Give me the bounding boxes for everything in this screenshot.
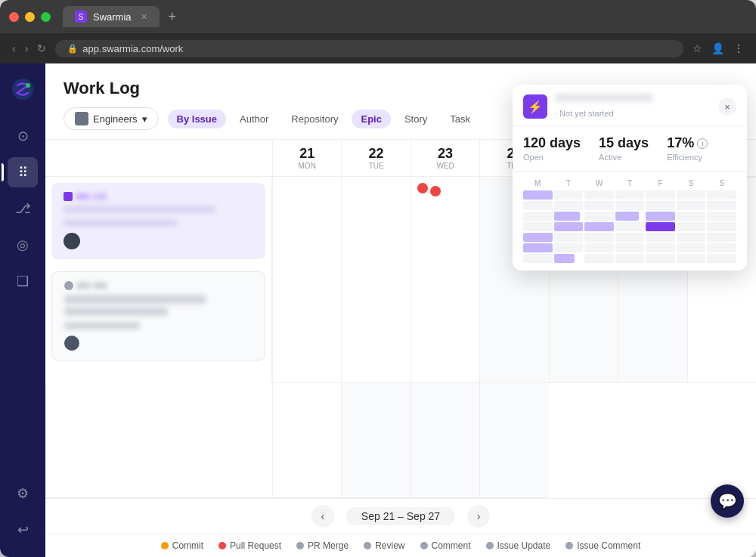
sidebar-item-radar[interactable]: ◎ [8,230,38,260]
pr-legend-dot [218,542,226,549]
popup-cal-grid [523,190,736,263]
home-icon: ⊙ [17,128,29,144]
popup-cal-day-labels: M T W T F S S [523,179,736,187]
cal-cell [554,212,581,221]
tab-epic[interactable]: Epic [352,110,390,128]
sidebar: ⊙ ⠿ ⎇ ◎ ❑ ⚙ ↩ [0,63,45,557]
team-icon [75,112,88,125]
legend-commit: Commit [161,540,203,551]
lock-icon: 🔒 [67,44,78,54]
cal-cell [707,190,736,200]
day-name: MON [282,162,332,170]
radar-icon: ◎ [17,237,29,253]
title-bar: S Swarmia ✕ + [0,0,756,33]
cal-cell [677,233,706,242]
day-cell-2-fri [411,383,479,498]
cal-cell [584,212,614,221]
tab-favicon: S [75,11,87,23]
review-legend-label: Review [375,540,404,551]
issue-update-legend-label: Issue Update [497,540,551,551]
cal-cell [554,190,584,200]
more-options-icon[interactable]: ⋮ [733,42,744,54]
tab-close-button[interactable]: ✕ [141,12,147,22]
refresh-button[interactable]: ↻ [37,42,46,54]
maximize-traffic-light[interactable] [41,12,51,22]
tab-by-issue[interactable]: By Issue [168,110,226,128]
view-tabs: By Issue Author Repository Epic Story Ta… [168,110,479,128]
cal-cell [523,190,553,200]
new-tab-button[interactable]: + [169,9,177,25]
cal-label-t: T [554,179,584,187]
sidebar-item-git[interactable]: ⎇ [8,193,38,224]
address-input[interactable]: 🔒 app.swarmia.com/work [55,40,683,57]
sidebar-item-home[interactable]: ⊙ [8,121,38,151]
activity-dots-wed-1 [417,183,473,196]
team-dropdown[interactable]: Engineers ▾ [64,107,159,130]
commit-legend-dot [161,542,169,549]
sidebar-item-logout[interactable]: ↩ [8,515,38,545]
team-label: Engineers [93,113,138,125]
prev-week-button[interactable]: ‹ [311,505,334,528]
legend-comment: Comment [420,540,471,551]
forward-button[interactable]: › [25,42,29,54]
svg-point-1 [26,83,30,88]
cal-cell [707,233,736,242]
issue-col-header [45,140,272,176]
cal-cell [523,233,553,242]
close-traffic-light[interactable] [9,12,19,22]
cal-cell [646,212,675,221]
cal-label-m: M [523,179,553,187]
profile-icon[interactable]: 👤 [711,42,724,54]
day-header-tue: 22 TUE [341,140,410,176]
lightning-icon: ⚡ [528,100,543,114]
tab-repository[interactable]: Repository [282,110,347,128]
tab-story[interactable]: Story [395,110,436,128]
cal-cell [646,254,675,263]
cal-cell [646,233,675,242]
popup-stat-open: 120 days Open [523,135,581,162]
grid-icon: ⠿ [18,164,28,181]
cal-cell [677,243,706,252]
issue-type-icon-2 [64,281,73,290]
main-content: ⊙ ⠿ ⎇ ◎ ❑ ⚙ ↩ [0,63,756,557]
cal-cell [615,190,645,200]
minimize-traffic-light[interactable] [25,12,35,22]
bookmark-icon[interactable]: ☆ [692,42,702,54]
cal-cell [584,243,614,252]
pr-merge-legend-label: PR Merge [308,540,349,551]
tab-task[interactable]: Task [441,110,479,128]
next-week-button[interactable]: › [467,505,490,528]
tab-author[interactable]: Author [231,110,277,128]
cal-cell [615,212,639,221]
issue-title-1 [64,206,215,213]
issue-badge-2: DEF-456 [64,281,253,290]
cal-cell [554,233,584,242]
cal-cell [707,201,736,210]
cal-label-f: F [646,179,675,187]
cal-cell [523,201,553,210]
sidebar-item-layers[interactable]: ❑ [8,266,38,296]
comment-legend-dot [420,542,428,549]
popup-epic-icon: ⚡ [523,94,547,119]
pr-merge-legend-dot [296,542,304,549]
cal-cell [707,212,736,221]
day-number: 23 [420,146,470,162]
browser-tab[interactable]: S Swarmia ✕ [63,6,160,27]
sidebar-item-settings[interactable]: ⚙ [8,478,38,509]
cal-cell [523,243,553,252]
issue-card-2[interactable]: DEF-456 [51,271,265,361]
day-cell-1-tue [341,177,410,383]
day-name: WED [420,162,470,170]
back-button[interactable]: ‹ [12,42,16,54]
sidebar-item-worklog[interactable]: ⠿ [8,157,38,187]
cal-cell [677,190,706,200]
active-indicator [2,163,4,181]
issue-card-1[interactable]: ABC-123 [51,183,265,259]
legend-bar: Commit Pull Request PR Merge Review [45,534,756,557]
popup-close-button[interactable]: × [718,97,736,116]
popup-title [555,94,653,102]
cal-cell [584,201,614,210]
logout-icon: ↩ [17,521,29,538]
info-icon[interactable]: i [697,138,708,149]
issue-badge-1: ABC-123 [64,192,253,201]
